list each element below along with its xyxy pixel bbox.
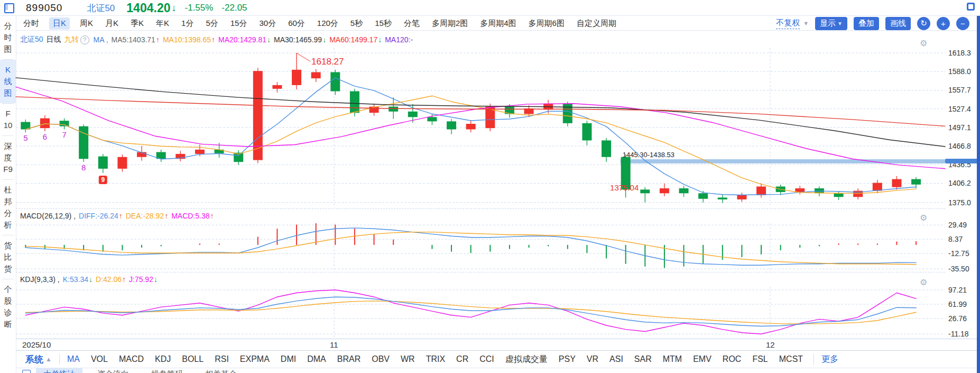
indicator-tab-0[interactable]: MA — [67, 354, 80, 364]
indicator-tab-11[interactable]: WR — [401, 354, 415, 364]
macd-axis-label: -12.75 — [948, 249, 969, 258]
indicator-tab-4[interactable]: BOLL — [182, 354, 204, 364]
sidebar-item-3[interactable]: 深度F9 — [0, 136, 16, 179]
bottom-tab-row: 大单统计资金流向操盘筹码相关基金 — [16, 368, 977, 373]
indicator-tab-6[interactable]: EXPMA — [240, 354, 270, 364]
checkbox[interactable] — [22, 370, 31, 373]
more-indicators-link[interactable]: 更多 — [821, 354, 838, 365]
arrow-up-icon: ↑ — [211, 35, 215, 44]
period-tab-12[interactable]: 5秒 — [348, 17, 365, 30]
arrow-down-icon: ↓ — [378, 35, 382, 44]
gear-icon[interactable]: ⚙ — [920, 38, 927, 48]
sidebar-item-0[interactable]: 分时图 — [0, 16, 16, 59]
indicator-tab-2[interactable]: MACD — [119, 354, 144, 364]
sidebar-item-5[interactable]: 货比货 — [0, 235, 16, 279]
last-price: 1404.20 — [126, 1, 170, 15]
period-tab-9[interactable]: 30分 — [257, 17, 278, 30]
indicator-value: 北证50 — [20, 35, 43, 44]
indicator-tab-24[interactable]: MCST — [779, 354, 803, 364]
zoom-out-icon[interactable]: − — [956, 17, 969, 30]
price-axis-label: 1588.0 — [948, 67, 971, 76]
period-tab-4[interactable]: 季K — [128, 17, 146, 30]
period-tab-18[interactable]: 自定义周期 — [575, 17, 618, 30]
zoom-in-icon[interactable]: + — [937, 17, 950, 30]
sidebar-item-6[interactable]: 个股诊断 — [0, 279, 16, 334]
macd-chart[interactable] — [16, 223, 945, 272]
indicator-tab-16[interactable]: PSY — [559, 354, 576, 364]
adjust-mode-dropdown[interactable]: 不复权 — [776, 18, 800, 29]
period-tab-10[interactable]: 60分 — [286, 17, 307, 30]
right-edge-scrollbar[interactable] — [977, 16, 980, 373]
kdj-axis-label: 26.76 — [948, 314, 967, 323]
undo-icon[interactable]: ↻ — [917, 17, 930, 30]
period-tab-6[interactable]: 1分 — [179, 17, 196, 30]
window-panel-icon[interactable] — [4, 3, 14, 13]
change-percent: -1.55% — [184, 3, 213, 13]
svg-text:1618.27: 1618.27 — [311, 57, 344, 67]
period-tab-1[interactable]: 日K — [49, 17, 70, 30]
bottom-data-tab-3[interactable]: 相关基金 — [198, 368, 244, 373]
indicator-tab-8[interactable]: DMA — [307, 354, 326, 364]
svg-text:5: 5 — [23, 133, 27, 142]
bottom-data-tab-1[interactable]: 资金流向 — [90, 368, 136, 373]
indicator-tab-12[interactable]: TRIX — [426, 354, 445, 364]
indicator-tab-19[interactable]: SAR — [634, 354, 652, 364]
period-tab-15[interactable]: 多周期2图 — [430, 17, 470, 30]
kdj-chart[interactable] — [16, 287, 945, 338]
indicator-value: MA , — [94, 35, 108, 44]
overlay-button[interactable]: 叠加 — [854, 17, 879, 30]
gear-icon[interactable]: ⚙ — [920, 213, 927, 223]
indicator-tab-20[interactable]: MTM — [663, 354, 682, 364]
sidebar-item-2[interactable]: F10 — [0, 104, 16, 135]
system-menu[interactable]: 系统 — [25, 353, 43, 366]
sidebar-item-1[interactable]: K线图 — [0, 60, 16, 103]
period-tab-3[interactable]: 月K — [103, 17, 121, 30]
indicator-value: MACD(26,12,9) , — [20, 212, 76, 220]
toolbar-right-controls: 不复权 ▼ 显示▼ 叠加 画线 ↻ + − — [776, 16, 969, 31]
period-tab-8[interactable]: 15分 — [228, 17, 249, 30]
indicator-tab-13[interactable]: CR — [456, 354, 468, 364]
date-axis-label: 11 — [330, 340, 338, 349]
kline-chart[interactable]: 1445.30-1438.53567891618.271375.04 — [16, 48, 945, 207]
indicator-tab-3[interactable]: KDJ — [155, 354, 171, 364]
indicator-tab-22[interactable]: ROC — [723, 354, 742, 364]
price-axis-label: 1557.7 — [948, 86, 971, 94]
indicator-value: K:53.34 — [63, 275, 88, 284]
period-tab-13[interactable]: 15秒 — [373, 17, 394, 30]
indicator-tab-7[interactable]: DMI — [281, 354, 296, 364]
date-axis-label: 12 — [766, 340, 775, 349]
period-tab-14[interactable]: 分笔 — [402, 17, 422, 30]
period-tab-5[interactable]: 年K — [154, 17, 171, 30]
stock-name[interactable]: 北证50 — [87, 2, 115, 14]
help-icon[interactable]: ? — [80, 35, 89, 44]
period-tab-0[interactable]: 分时 — [21, 17, 41, 30]
indicator-tab-14[interactable]: CCI — [479, 354, 494, 364]
indicator-tab-10[interactable]: OBV — [372, 354, 390, 364]
arrow-up-icon: ↑ — [156, 35, 160, 44]
indicator-tab-1[interactable]: VOL — [91, 354, 108, 364]
period-tab-17[interactable]: 多周期6图 — [526, 17, 567, 30]
indicator-tab-9[interactable]: BRAR — [337, 354, 360, 364]
draw-line-button[interactable]: 画线 — [885, 17, 911, 30]
svg-text:7: 7 — [62, 130, 66, 139]
period-tab-2[interactable]: 周K — [78, 17, 95, 30]
indicator-tab-21[interactable]: EMV — [693, 354, 711, 364]
indicator-tab-17[interactable]: VR — [587, 354, 598, 364]
sidebar-item-4[interactable]: 杜邦分析 — [0, 180, 16, 235]
indicator-tab-23[interactable]: FSL — [752, 354, 768, 364]
period-tab-16[interactable]: 多周期4图 — [478, 17, 518, 30]
indicator-tab-18[interactable]: ASI — [609, 354, 623, 364]
triangle-up-icon: ▲ — [45, 356, 52, 363]
indicator-tab-5[interactable]: RSI — [215, 354, 229, 364]
period-tab-7[interactable]: 5分 — [204, 17, 220, 30]
indicator-value: DIFF:-26.24 — [79, 212, 118, 220]
indicator-tab-15[interactable]: 虚拟成交量 — [505, 354, 548, 365]
price-axis-label: 1527.4 — [948, 105, 971, 113]
display-button[interactable]: 显示▼ — [815, 17, 847, 30]
bottom-data-tab-2[interactable]: 操盘筹码 — [144, 368, 190, 373]
indicator-value: MA120:- — [385, 35, 413, 44]
bottom-data-tab-0[interactable]: 大单统计 — [36, 368, 82, 373]
period-tab-11[interactable]: 120分 — [315, 17, 340, 30]
gear-icon[interactable]: ⚙ — [920, 277, 927, 287]
layout-toggle-icon[interactable] — [967, 3, 975, 11]
